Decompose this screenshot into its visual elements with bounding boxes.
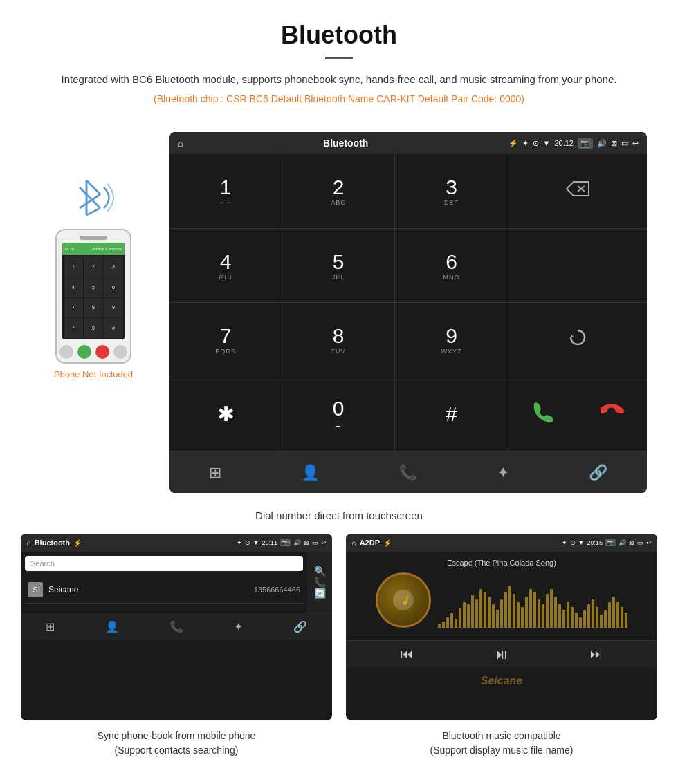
redial-cell[interactable] bbox=[508, 303, 647, 377]
viz-bar bbox=[596, 607, 598, 628]
phone-btn-call bbox=[77, 345, 91, 359]
music-caption: Bluetooth music compatible (Support disp… bbox=[423, 720, 580, 762]
svg-point-8 bbox=[403, 603, 405, 605]
phone-buttons bbox=[59, 345, 127, 359]
dial-key-4[interactable]: 4 GHI bbox=[170, 229, 282, 304]
viz-bar bbox=[587, 604, 590, 628]
camera-icon[interactable]: 📷 bbox=[578, 138, 593, 149]
viz-bar bbox=[517, 602, 520, 628]
dial-key-6[interactable]: 6 MNO bbox=[395, 229, 508, 304]
pb-vol-icon[interactable]: 🔊 bbox=[293, 539, 301, 546]
dial-key-3[interactable]: 3 DEF bbox=[395, 154, 508, 229]
viz-bar bbox=[484, 592, 486, 628]
phone-btn-left bbox=[59, 345, 73, 359]
dial-key-2[interactable]: 2 ABC bbox=[282, 154, 395, 229]
dial-key-hash[interactable]: # bbox=[395, 377, 508, 452]
viz-bar bbox=[533, 592, 536, 628]
phone-body: M:20 Add to Contacts 1 2 3 4 5 6 7 8 9 *… bbox=[55, 229, 131, 364]
contacts-icon[interactable]: 👤 bbox=[301, 464, 320, 482]
viz-bar bbox=[438, 624, 441, 628]
next-icon[interactable]: ⏭ bbox=[590, 647, 603, 662]
home-icon[interactable]: ⌂ bbox=[178, 138, 183, 149]
pb-win-icon[interactable]: ▭ bbox=[312, 539, 318, 546]
back-icon[interactable]: ↩ bbox=[632, 139, 639, 148]
prev-icon[interactable]: ⏮ bbox=[401, 647, 413, 662]
call-green-icon[interactable] bbox=[531, 400, 555, 428]
search-bar[interactable]: Search bbox=[25, 556, 303, 571]
pb-nav-bt[interactable]: ✦ bbox=[234, 620, 243, 633]
mus-vol-icon[interactable]: 🔊 bbox=[619, 539, 626, 546]
phone-screen-header: M:20 Add to Contacts bbox=[62, 243, 125, 255]
dial-key-3-main: 3 bbox=[446, 176, 457, 199]
phone-not-included-label: Phone Not Included bbox=[54, 369, 133, 380]
viz-bar bbox=[504, 592, 507, 628]
pb-nav-phone[interactable]: 📞 bbox=[170, 620, 183, 633]
dial-key-8[interactable]: 8 TUV bbox=[282, 303, 395, 377]
play-pause-icon[interactable]: ⏯ bbox=[495, 646, 508, 662]
music-caption-line2: (Support display music file name) bbox=[430, 745, 574, 756]
phonebook-home-icon[interactable]: ⌂ bbox=[26, 539, 31, 547]
dial-key-5[interactable]: 5 JKL bbox=[282, 229, 395, 304]
viz-bar bbox=[592, 599, 594, 628]
dial-key-star[interactable]: ✱ bbox=[170, 377, 282, 452]
usb-icon: ⚡ bbox=[508, 139, 518, 148]
phonebook-caption: Sync phone-book from mobile phone (Suppo… bbox=[91, 720, 263, 762]
pb-back-icon[interactable]: ↩ bbox=[321, 539, 327, 546]
mus-win-icon[interactable]: ▭ bbox=[637, 539, 643, 546]
phone-speaker bbox=[80, 236, 107, 240]
mus-cam-icon[interactable]: 📷 bbox=[605, 539, 616, 546]
dialer-android-screen: ⌂ Bluetooth ⚡ ✦ ⊙ ▼ 20:12 📷 🔊 ⊠ ▭ ↩ bbox=[170, 132, 647, 493]
dial-key-4-main: 4 bbox=[220, 250, 232, 274]
delete-cell[interactable] bbox=[508, 154, 647, 229]
pb-nav-grid[interactable]: ⊞ bbox=[46, 620, 55, 633]
sync-right-icon[interactable]: 🔄 bbox=[314, 588, 326, 599]
music-home-icon[interactable]: ⌂ bbox=[351, 539, 356, 547]
window-icon[interactable]: ▭ bbox=[621, 139, 628, 148]
phone-key-hash: # bbox=[104, 318, 123, 338]
viz-bar bbox=[571, 607, 574, 628]
volume-icon[interactable]: 🔊 bbox=[597, 139, 607, 148]
viz-bar bbox=[521, 607, 524, 628]
grid-icon[interactable]: ⊞ bbox=[209, 464, 221, 482]
music-android-screen: ⌂ A2DP ⚡ ✦ ⊙ ▼ 20:15 📷 🔊 ⊠ ▭ ↩ E bbox=[346, 534, 657, 720]
phone-icon[interactable]: 📞 bbox=[398, 464, 417, 482]
statusbar-right: ⚡ ✦ ⊙ ▼ 20:12 📷 🔊 ⊠ ▭ ↩ bbox=[508, 138, 639, 149]
search-right-icon[interactable]: 🔍 bbox=[314, 566, 326, 577]
bluetooth-nav-icon[interactable]: ✦ bbox=[497, 464, 509, 482]
x-box-icon[interactable]: ⊠ bbox=[611, 139, 617, 148]
delete-icon bbox=[565, 180, 590, 201]
viz-bar bbox=[529, 589, 532, 628]
link-icon[interactable]: 🔗 bbox=[589, 464, 607, 482]
mus-x-icon[interactable]: ⊠ bbox=[629, 539, 634, 546]
viz-bar bbox=[459, 608, 461, 628]
viz-bar bbox=[442, 622, 445, 628]
mus-back-icon[interactable]: ↩ bbox=[646, 539, 652, 546]
bottom-screens-row: ⌂ Bluetooth ⚡ ✦ ⊙ ▼ 20:11 📷 🔊 ⊠ ▭ ↩ bbox=[0, 534, 678, 762]
phone-key-7: 7 bbox=[64, 298, 83, 318]
viz-bar bbox=[583, 610, 586, 628]
phone-key-6: 6 bbox=[104, 277, 123, 297]
phonebook-caption-line2: (Support contacts searching) bbox=[115, 745, 239, 756]
dial-key-7-sub: PQRS bbox=[215, 348, 236, 355]
call-red-icon[interactable] bbox=[601, 400, 624, 428]
pb-nav-link[interactable]: 🔗 bbox=[293, 620, 307, 633]
viz-bar bbox=[558, 604, 561, 628]
call-buttons-cell bbox=[508, 377, 647, 452]
music-statusbar-right: ✦ ⊙ ▼ 20:15 📷 🔊 ⊠ ▭ ↩ bbox=[562, 539, 652, 546]
dial-key-7[interactable]: 7 PQRS bbox=[170, 303, 282, 377]
music-screen-wrap: ⌂ A2DP ⚡ ✦ ⊙ ▼ 20:15 📷 🔊 ⊠ ▭ ↩ E bbox=[346, 534, 657, 762]
dial-key-0[interactable]: 0 + bbox=[282, 377, 395, 452]
phonebook-statusbar: ⌂ Bluetooth ⚡ ✦ ⊙ ▼ 20:11 📷 🔊 ⊠ ▭ ↩ bbox=[21, 534, 332, 552]
pb-nav-contacts[interactable]: 👤 bbox=[105, 620, 119, 633]
dial-key-9[interactable]: 9 WXYZ bbox=[395, 303, 508, 377]
dial-key-6-main: 6 bbox=[446, 250, 457, 274]
dial-key-1[interactable]: 1 ∽∽ bbox=[170, 154, 282, 229]
svg-marker-7 bbox=[571, 334, 574, 337]
dialer-statusbar: ⌂ Bluetooth ⚡ ✦ ⊙ ▼ 20:12 📷 🔊 ⊠ ▭ ↩ bbox=[170, 132, 647, 154]
call-right-icon[interactable]: 📞 bbox=[314, 577, 326, 588]
viz-bar bbox=[608, 602, 611, 628]
pb-x-icon[interactable]: ⊠ bbox=[304, 539, 309, 546]
mus-sig-icon: ▼ bbox=[578, 539, 585, 546]
viz-bar bbox=[492, 604, 495, 628]
pb-cam-icon[interactable]: 📷 bbox=[280, 539, 291, 546]
